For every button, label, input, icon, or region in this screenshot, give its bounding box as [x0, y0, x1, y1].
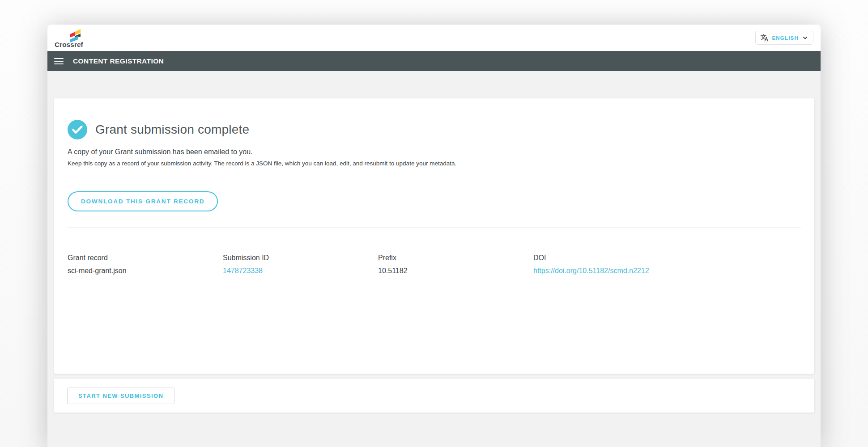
crossref-logo[interactable]: Crossref — [55, 27, 83, 49]
top-header: Crossref ENGLISH — [47, 25, 821, 51]
language-selector[interactable]: ENGLISH — [755, 31, 813, 45]
submission-complete-card: Grant submission complete A copy of your… — [54, 98, 814, 374]
doi-link[interactable]: https://doi.org/10.51182/scmd.n2212 — [533, 267, 801, 275]
message-primary: A copy of your Grant submission has been… — [68, 148, 801, 156]
field-label: Grant record — [68, 254, 223, 262]
field-label: Submission ID — [223, 254, 378, 262]
field-label: Prefix — [378, 254, 533, 262]
field-grant-record: Grant record sci-med-grant.json — [68, 254, 223, 275]
field-submission-id: Submission ID 1478723338 — [223, 254, 378, 275]
message-secondary: Keep this copy as a record of your submi… — [68, 160, 801, 167]
hamburger-menu-icon[interactable] — [54, 56, 64, 66]
start-new-submission-button[interactable]: START NEW SUBMISSION — [67, 388, 174, 404]
field-doi: DOI https://doi.org/10.51182/scmd.n2212 — [533, 254, 801, 275]
field-prefix: Prefix 10.51182 — [378, 254, 533, 275]
nav-bar: CONTENT REGISTRATION — [47, 51, 821, 71]
field-label: DOI — [533, 254, 801, 262]
grant-record-value: sci-med-grant.json — [68, 267, 223, 275]
crossref-logo-text: Crossref — [55, 41, 83, 48]
divider — [68, 227, 801, 228]
submission-fields: Grant record sci-med-grant.json Submissi… — [68, 254, 801, 275]
crossref-logo-icon: Crossref — [55, 27, 83, 49]
prefix-value: 10.51182 — [378, 267, 533, 275]
page-title: Grant submission complete — [95, 122, 249, 137]
content-area: Grant submission complete A copy of your… — [47, 71, 821, 413]
download-grant-record-button[interactable]: DOWNLOAD THIS GRANT RECORD — [68, 191, 218, 211]
translate-icon — [760, 34, 769, 42]
chevron-down-icon — [802, 34, 808, 41]
footer-card: START NEW SUBMISSION — [54, 379, 814, 413]
heading-row: Grant submission complete — [68, 120, 801, 139]
nav-title: CONTENT REGISTRATION — [73, 57, 164, 65]
app-window: Crossref ENGLISH CONTENT REGISTRATION — [47, 25, 821, 447]
language-label: ENGLISH — [772, 35, 799, 41]
submission-id-link[interactable]: 1478723338 — [223, 267, 378, 275]
check-circle-icon — [68, 120, 87, 139]
